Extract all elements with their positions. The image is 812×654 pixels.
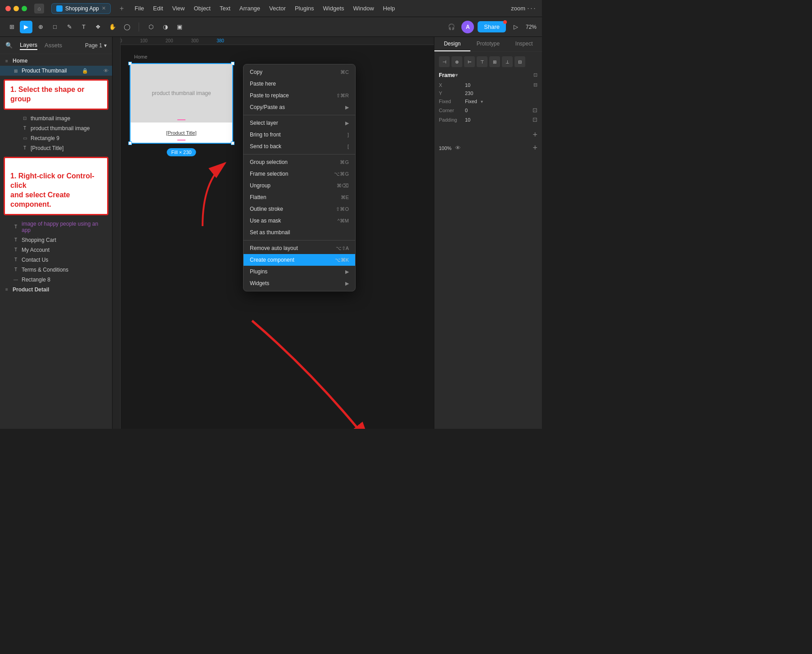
tab-label: Shopping App xyxy=(65,5,99,12)
menu-item-group[interactable]: Group selection ⌘G xyxy=(244,156,355,168)
device-tool[interactable]: ▣ xyxy=(173,21,186,33)
menu-item-remove-auto[interactable]: Remove auto layout ⌥⇧A xyxy=(244,242,355,254)
align-right[interactable]: ⊢ xyxy=(464,56,475,67)
hand-tool[interactable]: ✋ xyxy=(106,21,119,33)
menu-window[interactable]: Window xyxy=(353,5,374,12)
contrast-tool[interactable]: ◑ xyxy=(159,21,171,33)
add-icon-bottom[interactable]: + xyxy=(532,143,537,153)
align-center-v[interactable]: ⊞ xyxy=(489,56,500,67)
design-frame[interactable]: product thumbnail image [Product Title] … xyxy=(130,63,233,144)
layer-product-thumbnail-text[interactable]: T product thumbnail image xyxy=(0,123,112,133)
right-panel: Design Prototype Inspect ⊣ ⊕ ⊢ ⊤ ⊞ ⊥ ⊟ F… xyxy=(434,37,542,429)
separator-2 xyxy=(244,154,355,154)
frame-tool[interactable]: ⊕ xyxy=(34,21,47,33)
play-button[interactable]: ▷ xyxy=(510,21,522,33)
tab-layers[interactable]: Layers xyxy=(20,41,37,50)
menu-widgets[interactable]: Widgets xyxy=(323,5,344,12)
tab-assets[interactable]: Assets xyxy=(45,41,62,50)
menu-text[interactable]: Text xyxy=(220,5,230,12)
menu-file[interactable]: File xyxy=(135,5,144,12)
text-icon-7: T xyxy=(13,267,19,273)
align-bottom[interactable]: ⊥ xyxy=(502,56,513,67)
component-tool[interactable]: ❖ xyxy=(92,21,104,33)
select-tool[interactable]: ▶ xyxy=(20,21,32,33)
menu-item-widgets[interactable]: Widgets ▶ xyxy=(244,277,355,289)
tab-shopping-app[interactable]: Shopping App ✕ xyxy=(51,3,111,14)
layer-product-thumbnail[interactable]: ⊞ Product Thumbnail 🔒 👁 xyxy=(0,66,112,76)
tab-design[interactable]: Design xyxy=(434,37,470,51)
menu-help[interactable]: Help xyxy=(383,5,395,12)
layer-my-account[interactable]: T My Account xyxy=(0,245,112,255)
text-icon: T xyxy=(22,125,28,132)
tab-add-icon[interactable]: + xyxy=(120,5,124,13)
present-icon[interactable]: 🎧 xyxy=(445,21,458,33)
close-button[interactable] xyxy=(5,6,11,11)
text-tool[interactable]: T xyxy=(77,21,90,33)
align-distribute[interactable]: ⊟ xyxy=(514,56,525,67)
fit-icon[interactable]: ⊟ xyxy=(533,82,537,88)
page-selector[interactable]: Page 1 ▾ xyxy=(85,42,107,49)
menu-item-ungroup[interactable]: Ungroup ⌘⌫ xyxy=(244,180,355,191)
align-left[interactable]: ⊣ xyxy=(439,56,450,67)
minimize-button[interactable] xyxy=(14,6,19,11)
layer-terms[interactable]: T Terms & Conditions xyxy=(0,265,112,275)
align-row: ⊣ ⊕ ⊢ ⊤ ⊞ ⊥ ⊟ xyxy=(439,56,537,67)
align-center-h[interactable]: ⊕ xyxy=(451,56,462,67)
plugin-tool[interactable]: ⬡ xyxy=(144,21,157,33)
add-fill-icon[interactable]: + xyxy=(532,130,537,140)
tab-prototype[interactable]: Prototype xyxy=(470,37,506,51)
menu-item-copy[interactable]: Copy ⌘C xyxy=(244,66,355,78)
maximize-button[interactable] xyxy=(22,6,27,11)
menu-edit[interactable]: Edit xyxy=(153,5,163,12)
menu-item-flatten[interactable]: Flatten ⌘E xyxy=(244,191,355,203)
text-icon-6: T xyxy=(13,257,19,263)
layer-rectangle-8[interactable]: — Rectangle 8 xyxy=(0,275,112,285)
menu-item-paste-here[interactable]: Paste here xyxy=(244,78,355,90)
layer-product-title[interactable]: T [Product Title] xyxy=(0,143,112,153)
tab-figma-icon xyxy=(56,5,63,12)
menu-item-use-mask[interactable]: Use as mask ^⌘M xyxy=(244,215,355,227)
menu-arrange[interactable]: Arrange xyxy=(239,5,260,12)
tab-close-icon[interactable]: ✕ xyxy=(102,5,106,11)
zoom-level[interactable]: 72% xyxy=(526,24,537,30)
layer-contact-us[interactable]: T Contact Us xyxy=(0,255,112,265)
menu-item-outline-stroke[interactable]: Outline stroke ⇧⌘O xyxy=(244,203,355,215)
layer-home-section[interactable]: ≡ Home xyxy=(0,56,112,66)
menu-item-paste-replace[interactable]: Paste to replace ⇧⌘R xyxy=(244,90,355,101)
toolbar-right: 🎧 A Share ▷ 72% xyxy=(445,21,537,33)
canvas-area[interactable]: 10 100 200 300 380 Home product thumbnai… xyxy=(113,37,434,429)
menu-plugins[interactable]: Plugins xyxy=(295,5,314,12)
layer-shopping-cart[interactable]: T Shopping Cart xyxy=(0,235,112,245)
menu-item-select-layer[interactable]: Select layer ▶ xyxy=(244,117,355,129)
pen-tool[interactable]: ✎ xyxy=(63,21,76,33)
ruler-horizontal: 10 100 200 300 380 xyxy=(113,37,434,45)
share-button[interactable]: Share xyxy=(478,21,506,32)
layer-happy-people[interactable]: T image of happy people using an app xyxy=(0,219,112,235)
menu-object[interactable]: Object xyxy=(194,5,211,12)
panel-header: 🔍 Layers Assets Page 1 ▾ xyxy=(0,37,112,54)
layout-grid-tool[interactable]: ⊞ xyxy=(5,21,18,33)
search-icon[interactable]: 🔍 xyxy=(5,42,13,49)
align-top[interactable]: ⊤ xyxy=(477,56,487,67)
layer-thumbnail-image[interactable]: ⊡ thumbnail image xyxy=(0,114,112,123)
menu-item-send-back[interactable]: Send to back [ xyxy=(244,141,355,152)
shape-tool[interactable]: □ xyxy=(49,21,61,33)
menu-item-frame-sel[interactable]: Frame selection ⌥⌘G xyxy=(244,168,355,180)
comment-tool[interactable]: ◯ xyxy=(121,21,133,33)
pink-dash-img-bottom xyxy=(177,119,185,120)
more-options-icon[interactable]: ··· xyxy=(527,4,537,13)
layer-rectangle-9[interactable]: ▭ Rectangle 9 xyxy=(0,133,112,143)
menu-item-copy-paste-as[interactable]: Copy/Paste as ▶ xyxy=(244,101,355,113)
menu-view[interactable]: View xyxy=(172,5,185,12)
menu-vector[interactable]: Vector xyxy=(269,5,286,12)
menu-item-thumbnail[interactable]: Set as thumbnail xyxy=(244,227,355,238)
home-icon[interactable]: ⌂ xyxy=(34,4,44,14)
tab-inspect[interactable]: Inspect xyxy=(506,37,542,51)
separator-1 xyxy=(244,115,355,115)
menu-item-plugins[interactable]: Plugins ▶ xyxy=(244,266,355,277)
layer-product-detail-section[interactable]: ≡ Product Detail xyxy=(0,285,112,295)
resize-icon[interactable]: ⊡ xyxy=(533,72,537,78)
eye-icon-bottom[interactable]: 👁 xyxy=(455,145,461,151)
menu-item-create-component[interactable]: Create component ⌥⌘K xyxy=(244,254,355,266)
menu-item-bring-front[interactable]: Bring to front ] xyxy=(244,129,355,141)
